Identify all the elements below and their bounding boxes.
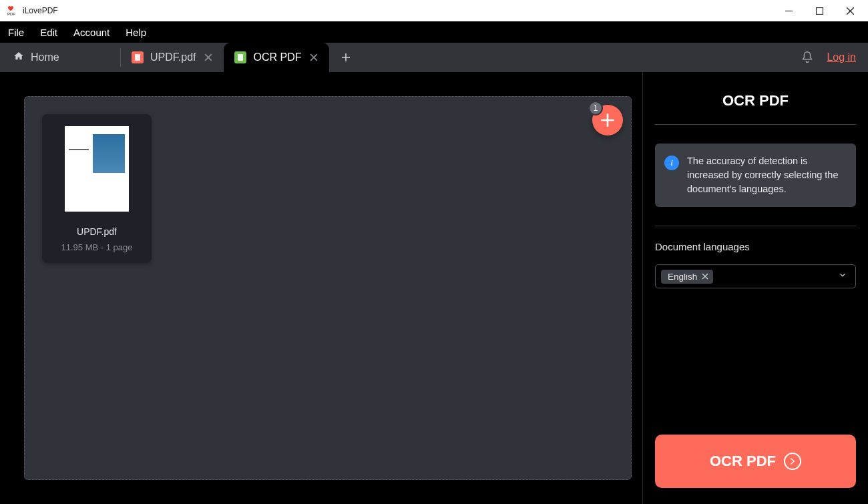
notifications-icon[interactable] bbox=[800, 50, 815, 65]
titlebar: PDF iLovePDF bbox=[0, 0, 868, 21]
ocr-file-icon bbox=[234, 51, 246, 63]
language-chip-label: English bbox=[668, 272, 697, 282]
file-thumbnail bbox=[65, 126, 129, 212]
menu-file[interactable]: File bbox=[8, 27, 24, 38]
arrow-right-circle-icon bbox=[784, 453, 801, 470]
tab-ocr-pdf[interactable]: OCR PDF bbox=[224, 43, 329, 72]
file-dropzone[interactable]: 1 UPDF.pdf 11.95 MB - 1 page bbox=[24, 96, 632, 480]
app-logo-icon: PDF bbox=[7, 5, 17, 16]
menubar: File Edit Account Help bbox=[0, 21, 868, 43]
svg-rect-1 bbox=[816, 7, 823, 14]
menu-edit[interactable]: Edit bbox=[40, 27, 57, 38]
language-select[interactable]: English bbox=[655, 264, 856, 288]
login-link[interactable]: Log in bbox=[827, 51, 856, 63]
info-text: The accuracy of detection is increased b… bbox=[687, 154, 845, 196]
tabbar: Home UPDF.pdf OCR PDF bbox=[0, 43, 868, 72]
maximize-button[interactable] bbox=[804, 0, 835, 21]
minimize-button[interactable] bbox=[773, 0, 804, 21]
close-button[interactable] bbox=[835, 0, 865, 21]
chevron-down-icon bbox=[838, 270, 847, 282]
tab-updf[interactable]: UPDF.pdf bbox=[121, 43, 224, 72]
home-icon bbox=[13, 51, 24, 64]
info-icon: i bbox=[664, 156, 679, 170]
file-count-badge: 1 bbox=[588, 101, 603, 115]
info-box: i The accuracy of detection is increased… bbox=[655, 144, 856, 207]
ocr-action-button[interactable]: OCR PDF bbox=[655, 435, 856, 488]
svg-rect-2 bbox=[135, 54, 140, 61]
main-area: 1 UPDF.pdf 11.95 MB - 1 page OCR PDF i bbox=[0, 72, 868, 504]
menu-account[interactable]: Account bbox=[73, 27, 110, 38]
file-card[interactable]: UPDF.pdf 11.95 MB - 1 page bbox=[42, 114, 152, 263]
file-meta-label: 11.95 MB - 1 page bbox=[61, 242, 133, 252]
sidebar: OCR PDF i The accuracy of detection is i… bbox=[642, 72, 868, 504]
svg-rect-3 bbox=[238, 54, 243, 61]
tab-ocr-close-icon[interactable] bbox=[308, 51, 320, 63]
menu-help[interactable]: Help bbox=[126, 27, 146, 38]
ocr-button-label: OCR PDF bbox=[710, 453, 776, 470]
tab-updf-label: UPDF.pdf bbox=[150, 51, 196, 63]
tab-home[interactable]: Home bbox=[0, 43, 120, 72]
language-chip: English bbox=[661, 270, 713, 284]
plus-icon bbox=[599, 111, 616, 129]
tab-ocr-label: OCR PDF bbox=[253, 51, 301, 63]
tab-home-label: Home bbox=[31, 51, 59, 63]
svg-text:PDF: PDF bbox=[7, 12, 15, 16]
language-label: Document languages bbox=[655, 241, 856, 252]
app-title: iLovePDF bbox=[23, 6, 58, 15]
remove-language-icon[interactable] bbox=[701, 272, 709, 280]
tab-updf-close-icon[interactable] bbox=[202, 51, 214, 63]
window-controls bbox=[773, 0, 865, 21]
pdf-file-icon bbox=[132, 51, 144, 63]
file-name-label: UPDF.pdf bbox=[77, 226, 117, 237]
add-tab-button[interactable] bbox=[337, 49, 355, 66]
sidebar-title: OCR PDF bbox=[655, 92, 856, 125]
